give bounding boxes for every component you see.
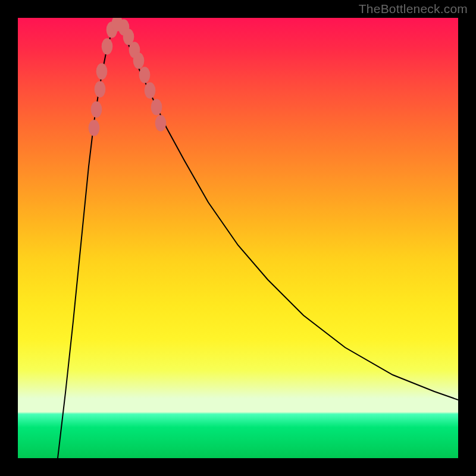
data-marker (151, 99, 162, 115)
data-marker (139, 67, 151, 83)
chart-frame: TheBottleneck.com (0, 0, 476, 476)
curve-right-branch (117, 20, 458, 400)
data-marker (107, 21, 118, 38)
data-marker (155, 115, 167, 131)
data-marker (118, 19, 130, 36)
data-marker (112, 18, 123, 32)
data-marker (95, 81, 106, 98)
data-marker (129, 42, 140, 58)
data-markers (89, 18, 167, 136)
data-marker (133, 52, 145, 69)
bottleneck-curve (18, 18, 458, 458)
plot-area (18, 18, 458, 458)
data-marker (145, 82, 156, 99)
data-marker (102, 38, 113, 55)
data-marker (96, 63, 108, 80)
watermark-text: TheBottleneck.com (359, 2, 468, 16)
data-marker (123, 29, 134, 45)
data-marker (91, 101, 102, 118)
data-marker (89, 120, 100, 136)
curve-left-branch (58, 20, 117, 458)
